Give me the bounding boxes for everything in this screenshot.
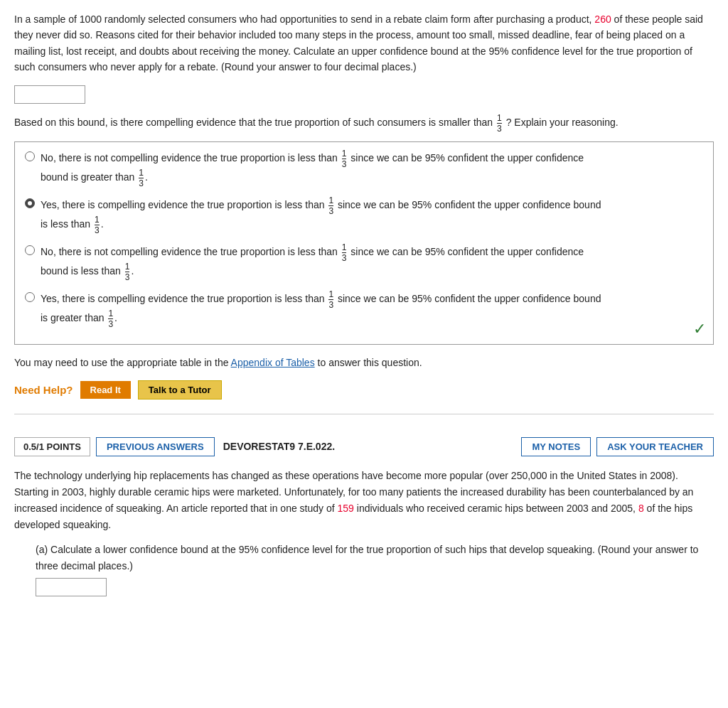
q2-text-between: individuals who received ceramic hips be… xyxy=(354,503,638,514)
ask-teacher-button[interactable]: ASK YOUR TEACHER xyxy=(596,437,714,456)
option-3-text: No, there is not compelling evidence the… xyxy=(41,243,703,281)
my-notes-button[interactable]: MY NOTES xyxy=(521,437,591,456)
check-mark-icon: ✓ xyxy=(693,320,706,338)
appendix-link[interactable]: Appendix of Tables xyxy=(231,357,315,368)
options-container: No, there is not compelling evidence the… xyxy=(14,141,714,345)
frac-opt4: 1 3 xyxy=(328,290,333,309)
radio-4[interactable] xyxy=(25,292,35,302)
question1-text-before: In a sample of 1000 randomly selected co… xyxy=(14,14,594,25)
sub-question-fraction: 1 3 xyxy=(497,114,502,133)
frac-opt4b: 1 3 xyxy=(108,309,113,328)
need-help-label: Need Help? xyxy=(14,384,73,396)
read-it-button[interactable]: Read It xyxy=(80,381,131,399)
frac-opt3b: 1 3 xyxy=(125,262,130,281)
part-a-text: Calculate a lower confidence bound at th… xyxy=(36,544,698,571)
frac-opt1: 1 3 xyxy=(342,149,347,168)
frac-opt1b: 1 3 xyxy=(139,168,144,188)
option-1-text: No, there is not compelling evidence the… xyxy=(41,149,703,188)
option-3[interactable]: No, there is not compelling evidence the… xyxy=(25,243,703,281)
talk-to-tutor-button[interactable]: Talk to a Tutor xyxy=(138,380,222,399)
option-4[interactable]: Yes, there is compelling evidence the tr… xyxy=(25,290,703,328)
q2-red2: 8 xyxy=(638,503,644,514)
radio-2[interactable] xyxy=(25,198,35,208)
section-divider xyxy=(14,414,714,414)
option-1[interactable]: No, there is not compelling evidence the… xyxy=(25,149,703,188)
previous-answers-button[interactable]: PREVIOUS ANSWERS xyxy=(96,437,215,456)
part-a-label: (a) xyxy=(36,544,48,555)
points-bar: 0.5/1 POINTS PREVIOUS ANSWERS DEVORESTAT… xyxy=(14,437,714,456)
option-2[interactable]: Yes, there is compelling evidence the tr… xyxy=(25,196,703,235)
option-2-text: Yes, there is compelling evidence the tr… xyxy=(41,196,703,235)
answer-input-q1[interactable] xyxy=(14,85,85,104)
need-help-row: Need Help? Read It Talk to a Tutor xyxy=(14,380,714,399)
question1-red-number: 260 xyxy=(594,14,611,25)
frac-opt2: 1 3 xyxy=(328,196,333,215)
answer-input-q2a[interactable] xyxy=(36,578,107,596)
points-badge: 0.5/1 POINTS xyxy=(14,437,90,456)
radio-3[interactable] xyxy=(25,245,35,255)
q2-red1: 159 xyxy=(338,503,354,514)
frac-opt2b: 1 3 xyxy=(95,215,100,235)
option-4-text: Yes, there is compelling evidence the tr… xyxy=(41,290,703,328)
sub-question-text: Based on this bound, is there compelling… xyxy=(14,114,714,133)
frac-opt3: 1 3 xyxy=(342,243,347,262)
appendix-note: You may need to use the appropriate tabl… xyxy=(14,355,714,370)
question1-text: In a sample of 1000 randomly selected co… xyxy=(14,11,714,75)
question2-text: The technology underlying hip replacemen… xyxy=(14,468,714,533)
radio-1[interactable] xyxy=(25,151,35,161)
question2-part-a: (a) Calculate a lower confidence bound a… xyxy=(36,542,714,596)
problem-id: DEVORESTAT9 7.E.022. xyxy=(223,441,516,452)
